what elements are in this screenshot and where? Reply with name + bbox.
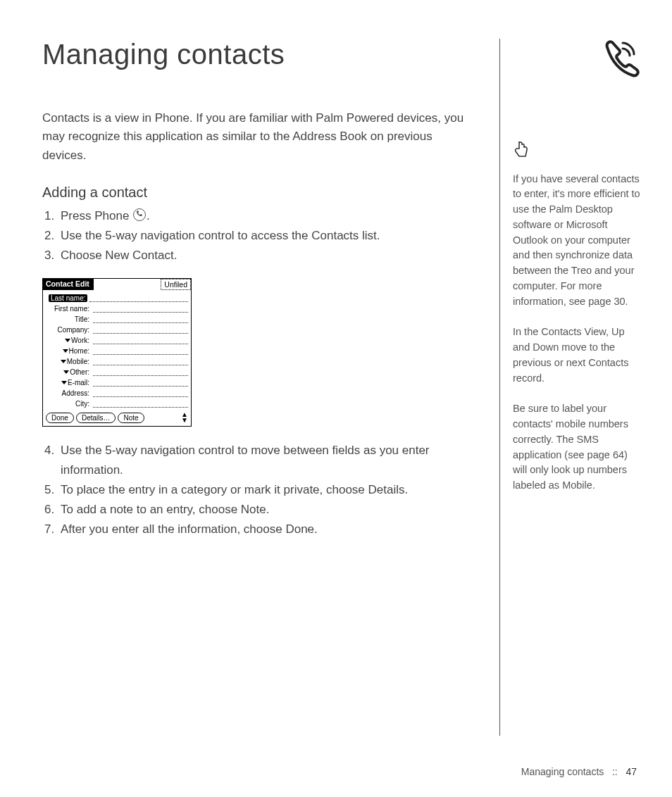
page-footer: Managing contacts :: 47 <box>521 766 637 777</box>
field-city-input[interactable] <box>93 399 188 408</box>
footer-separator: :: <box>612 766 618 777</box>
intro-paragraph: Contacts is a view in Phone. If you are … <box>42 109 479 165</box>
field-work-input[interactable] <box>93 336 188 344</box>
done-button[interactable]: Done <box>46 413 74 423</box>
field-email-input[interactable] <box>93 378 188 387</box>
step-4: Use the 5-way navigation control to move… <box>58 441 479 480</box>
phone-button-icon <box>133 208 146 221</box>
dropdown-icon <box>61 360 66 363</box>
step-2: Use the 5-way navigation control to acce… <box>58 226 479 246</box>
tip-1: If you have several contacts to enter, i… <box>513 172 640 310</box>
field-lastname-input[interactable] <box>89 294 188 302</box>
step-7: After you enter all the information, cho… <box>58 520 479 539</box>
steps-list-a: Press Phone . Use the 5-way navigation c… <box>42 206 479 265</box>
field-city-label: City: <box>46 400 91 408</box>
dropdown-icon <box>63 349 68 353</box>
handset-icon <box>513 39 640 84</box>
field-home-input[interactable] <box>93 346 188 355</box>
field-other-input[interactable] <box>93 368 188 376</box>
page-title: Managing contacts <box>42 39 479 70</box>
dropdown-icon <box>61 381 67 384</box>
tip-2: In the Contacts View, Up and Down move t… <box>513 325 640 386</box>
main-column: Managing contacts Contacts is a view in … <box>42 39 479 552</box>
section-heading: Adding a contact <box>42 184 479 201</box>
step-1: Press Phone . <box>58 206 479 226</box>
dropdown-icon <box>63 370 69 374</box>
step-6: To add a note to an entry, choose Note. <box>58 500 479 520</box>
step-3: Choose New Contact. <box>58 246 479 265</box>
footer-section: Managing contacts <box>521 766 604 777</box>
field-title-input[interactable] <box>93 315 188 323</box>
tip-3: Be sure to label your contacts' mobile n… <box>513 401 640 494</box>
step-1-text-post: . <box>147 209 150 222</box>
field-company-input[interactable] <box>93 325 188 334</box>
field-firstname-input[interactable] <box>93 304 188 313</box>
step-1-text-pre: Press Phone <box>61 209 132 222</box>
pointing-hand-icon <box>513 140 640 161</box>
note-button[interactable]: Note <box>118 413 144 423</box>
field-title-label: Title: <box>46 315 91 323</box>
field-address-input[interactable] <box>93 389 188 397</box>
field-lastname-label[interactable]: Last name: <box>49 294 87 302</box>
palm-category-selector[interactable]: Unfiled <box>161 279 191 290</box>
field-other-label[interactable]: Other: <box>46 368 91 376</box>
page-number: 47 <box>626 766 637 777</box>
field-company-label: Company: <box>46 326 91 334</box>
sidebar: If you have several contacts to enter, i… <box>499 39 640 736</box>
field-work-label[interactable]: Work: <box>46 337 91 344</box>
contact-edit-screenshot: Contact Edit Unfiled Last name: First na… <box>42 278 192 427</box>
field-address-label: Address: <box>46 389 91 397</box>
step-5: To place the entry in a category or mark… <box>58 480 479 500</box>
details-button[interactable]: Details… <box>76 413 116 423</box>
field-firstname-label: First name: <box>46 305 91 313</box>
field-home-label[interactable]: Home: <box>46 347 91 355</box>
field-mobile-input[interactable] <box>93 357 188 365</box>
field-email-label[interactable]: E-mail: <box>46 379 91 387</box>
steps-list-b: Use the 5-way navigation control to move… <box>42 441 479 539</box>
scroll-arrows-icon[interactable]: ▲▼ <box>181 412 188 423</box>
palm-title: Contact Edit <box>43 279 94 290</box>
field-mobile-label[interactable]: Mobile: <box>46 358 91 365</box>
dropdown-icon <box>65 339 70 342</box>
